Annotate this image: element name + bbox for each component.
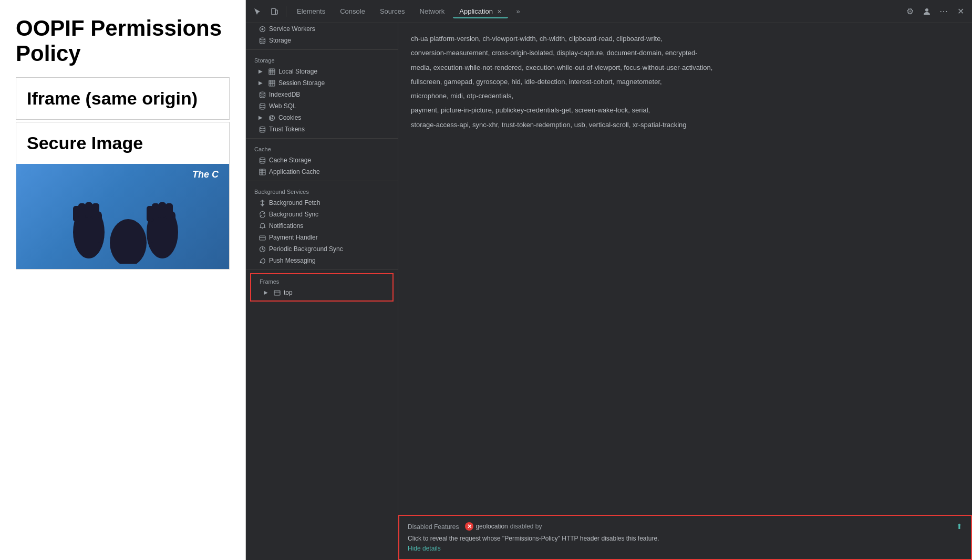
- close-devtools-icon[interactable]: ✕: [953, 4, 968, 19]
- notifications-label: Notifications: [269, 222, 303, 230]
- sidebar-item-application-cache[interactable]: Application Cache: [246, 166, 398, 178]
- image-svg: [44, 169, 202, 264]
- svg-point-12: [110, 219, 147, 264]
- profile-icon[interactable]: [919, 4, 934, 19]
- session-storage-arrow: ▶: [258, 80, 265, 86]
- main-content-area: ch-ua platform-version, ch-viewport-widt…: [398, 23, 972, 140]
- svg-point-17: [261, 28, 263, 30]
- tab-more[interactable]: »: [510, 4, 526, 18]
- svg-point-18: [260, 38, 265, 40]
- disabled-by-text: disabled by: [510, 523, 542, 530]
- trust-tokens-icon: [258, 126, 266, 133]
- svg-rect-4: [85, 202, 92, 218]
- sidebar-item-payment-handler[interactable]: Payment Handler: [246, 232, 398, 243]
- web-sql-label: Web SQL: [269, 102, 296, 110]
- notifications-icon: [258, 222, 266, 230]
- sidebar-item-service-workers[interactable]: Service Workers: [246, 23, 398, 35]
- svg-point-29: [260, 92, 265, 94]
- svg-point-30: [260, 103, 265, 106]
- payment-handler-label: Payment Handler: [269, 234, 318, 241]
- web-sql-icon: [258, 102, 266, 110]
- sidebar-item-local-storage[interactable]: ▶ Local Storage: [246, 66, 398, 77]
- divider-2: [246, 138, 398, 139]
- indexeddb-icon: [258, 91, 266, 98]
- svg-rect-13: [272, 8, 275, 15]
- session-storage-label: Session Storage: [278, 79, 325, 87]
- settings-icon[interactable]: ⚙: [903, 4, 917, 19]
- cookies-icon: [268, 114, 275, 121]
- permissions-text-content: ch-ua platform-version, ch-viewport-widt…: [411, 35, 663, 43]
- sidebar-item-cache-storage[interactable]: Cache Storage: [246, 154, 398, 166]
- sidebar-item-periodic-background-sync[interactable]: Periodic Background Sync: [246, 243, 398, 255]
- iframe-title: Iframe (same origin): [16, 78, 229, 119]
- more-options-icon[interactable]: ⋯: [936, 4, 951, 19]
- topbar-separator-1: [286, 6, 286, 17]
- tab-network[interactable]: Network: [413, 4, 451, 18]
- periodic-background-sync-icon: [258, 245, 266, 253]
- disabled-feature-tag: ✕ geolocation disabled by: [465, 522, 542, 531]
- frames-section: Frames ▶ top: [250, 273, 394, 302]
- disabled-detail-text: Click to reveal the request whose "Permi…: [408, 534, 963, 543]
- cookies-arrow: ▶: [258, 115, 265, 121]
- devtools-body: Service Workers Storage Storage ▶ Local …: [246, 23, 972, 560]
- sidebar-item-indexeddb[interactable]: IndexedDB: [246, 89, 398, 100]
- sidebar-item-top-frame[interactable]: ▶ top: [251, 287, 392, 298]
- svg-rect-11: [166, 203, 173, 219]
- sidebar-item-session-storage[interactable]: ▶ Session Storage: [246, 77, 398, 89]
- tab-sources[interactable]: Sources: [374, 4, 411, 18]
- svg-point-15: [925, 8, 928, 12]
- feature-name: geolocation: [475, 523, 508, 530]
- svg-point-32: [270, 117, 271, 118]
- sidebar-item-cookies[interactable]: ▶ Cookies: [246, 112, 398, 123]
- info-link-icon[interactable]: ⬆: [956, 522, 963, 531]
- sidebar-item-storage[interactable]: Storage: [246, 35, 398, 46]
- devtools-main: ch-ua platform-version, ch-viewport-widt…: [398, 23, 972, 560]
- sidebar-item-notifications[interactable]: Notifications: [246, 220, 398, 232]
- disabled-features-row: Disabled Features ✕ geolocation disabled…: [408, 522, 963, 531]
- tab-elements[interactable]: Elements: [291, 4, 332, 18]
- cache-section-header: Cache: [246, 142, 398, 154]
- svg-point-33: [272, 116, 273, 117]
- tab-console[interactable]: Console: [334, 4, 371, 18]
- tab-application-close[interactable]: ✕: [497, 8, 502, 15]
- permissions-policy-text: ch-ua platform-version, ch-viewport-widt…: [411, 32, 716, 132]
- image-section: Secure Image: [16, 122, 230, 269]
- background-services-header: Background Services: [246, 184, 398, 197]
- tab-application[interactable]: Application ✕: [453, 4, 508, 18]
- application-cache-icon: [258, 168, 266, 175]
- svg-point-48: [260, 262, 261, 263]
- push-messaging-label: Push Messaging: [269, 257, 316, 264]
- cache-storage-icon: [258, 157, 266, 164]
- hide-details-link[interactable]: Hide details: [408, 545, 441, 552]
- payment-handler-icon: [258, 234, 266, 241]
- cache-storage-label: Cache Storage: [269, 157, 311, 164]
- disabled-features-label: Disabled Features: [408, 522, 459, 531]
- sidebar-item-background-fetch[interactable]: Background Fetch: [246, 197, 398, 209]
- devtools-panel: Elements Console Sources Network Applica…: [246, 0, 972, 560]
- cursor-tool-icon[interactable]: [250, 4, 265, 19]
- frames-header: Frames: [251, 276, 392, 287]
- secure-image: The C: [16, 164, 229, 269]
- push-messaging-icon: [258, 257, 266, 264]
- svg-point-31: [269, 115, 274, 120]
- svg-point-37: [260, 158, 265, 160]
- local-storage-arrow: ▶: [258, 68, 265, 75]
- service-workers-label: Service Workers: [269, 25, 315, 33]
- svg-rect-5: [92, 203, 99, 219]
- disabled-features-box: Disabled Features ✕ geolocation disabled…: [398, 515, 972, 560]
- sidebar-item-push-messaging[interactable]: Push Messaging: [246, 255, 398, 266]
- divider-4: [246, 269, 398, 270]
- background-fetch-icon: [258, 199, 266, 206]
- indexeddb-label: IndexedDB: [269, 91, 300, 98]
- sidebar-item-trust-tokens[interactable]: Trust Tokens: [246, 123, 398, 135]
- local-storage-icon: [268, 68, 275, 75]
- svg-point-36: [260, 127, 265, 129]
- webpage-panel: OOPIF Permissions Policy Iframe (same or…: [0, 0, 246, 560]
- sidebar-item-background-sync[interactable]: Background Sync: [246, 209, 398, 220]
- sidebar-item-web-sql[interactable]: Web SQL: [246, 100, 398, 112]
- geolocation-error-icon: ✕: [465, 522, 473, 531]
- device-tool-icon[interactable]: [267, 4, 282, 19]
- svg-rect-45: [260, 236, 265, 240]
- divider-3: [246, 181, 398, 181]
- svg-rect-3: [78, 203, 86, 219]
